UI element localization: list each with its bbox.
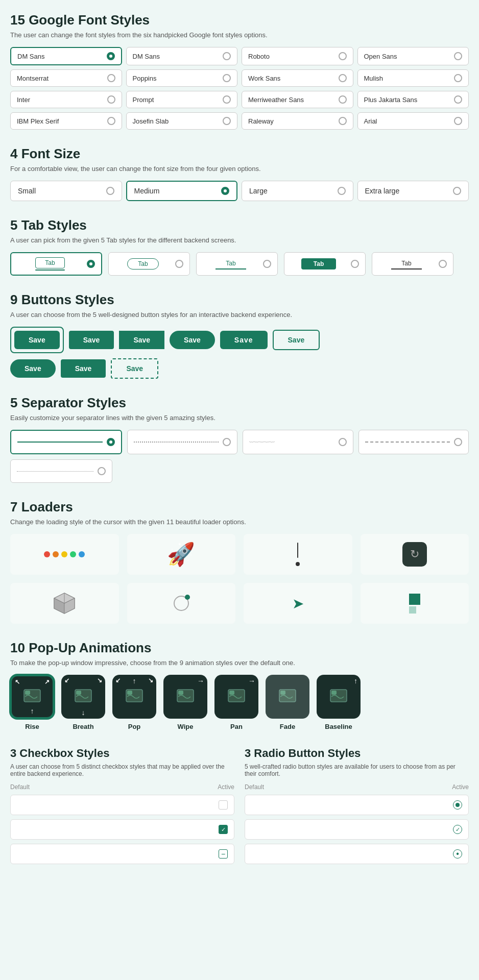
anim-item-breath[interactable]: ↙ ↘ ↓ Breath — [61, 675, 105, 730]
radio-box-checkmark — [453, 825, 462, 834]
anim-item-pop[interactable]: ↙ ↘ ↑ Pop — [112, 675, 156, 730]
animations-desc: To make the pop-up window impressive, ch… — [10, 659, 469, 667]
refresh-icon: ↻ — [410, 548, 419, 561]
button-6[interactable]: Save — [273, 330, 320, 350]
font-option-dmsans2[interactable]: DM Sans — [126, 47, 238, 65]
button-8[interactable]: Save — [61, 359, 106, 378]
svg-rect-20 — [331, 691, 337, 695]
anim-item-pan[interactable]: → Pan — [214, 675, 258, 730]
font-label: Work Sans — [248, 75, 280, 82]
radio-title: 3 Radio Button Styles — [245, 747, 469, 760]
font-option-raleway[interactable]: Raleway — [242, 112, 353, 130]
loader-line-cell — [244, 534, 352, 575]
anim-icon-baseline: ↑ — [317, 675, 361, 719]
tab-option-4[interactable]: Tab — [284, 252, 366, 276]
font-option-josefinslab[interactable]: Josefin Slab — [126, 112, 238, 130]
font-option-opensans[interactable]: Open Sans — [357, 47, 469, 65]
anim-arrow-tr: ↘ — [97, 677, 102, 684]
sep-option-solid[interactable] — [10, 430, 122, 454]
anim-item-rise[interactable]: ↖ ↗ ↑ Rise — [10, 675, 54, 730]
tab-option-2[interactable]: Tab — [108, 252, 190, 276]
anim-svg-pop — [123, 685, 146, 708]
sep-option-dashed[interactable] — [358, 430, 469, 454]
anim-item-fade[interactable]: Fade — [266, 675, 309, 730]
font-label: Montserrat — [17, 75, 49, 82]
checkbox-item-indeterminate[interactable] — [10, 844, 234, 864]
button-4[interactable]: Save — [170, 331, 215, 349]
font-radio — [223, 117, 231, 125]
checkbox-item-checked[interactable] — [10, 819, 234, 840]
radio-item-dot[interactable] — [245, 844, 469, 864]
button-9[interactable]: Save — [111, 358, 158, 379]
loader-dots-cell — [10, 534, 119, 575]
font-option-plusjakarta[interactable]: Plus Jakarta Sans — [357, 91, 469, 108]
button-7[interactable]: Save — [10, 359, 56, 378]
checkboxes-title: 3 Checkbox Styles — [10, 747, 234, 760]
anim-label-pop: Pop — [128, 723, 141, 730]
tab-option-3[interactable]: Tab — [196, 252, 278, 276]
tabs-title: 5 Tab Styles — [10, 217, 469, 233]
font-option-poppins[interactable]: Poppins — [126, 69, 238, 87]
font-radio — [454, 95, 462, 104]
size-option-medium[interactable]: Medium — [126, 181, 238, 201]
anim-arrow-tl: ↙ — [64, 677, 69, 684]
radio-item-empty[interactable] — [245, 795, 469, 815]
anim-svg-baseline — [327, 685, 350, 708]
font-option-ibmplexserif[interactable]: IBM Plex Serif — [10, 112, 122, 130]
anim-label-breath: Breath — [73, 723, 93, 730]
button-selected-wrapper: Save — [10, 327, 64, 353]
size-label: Medium — [134, 187, 160, 195]
button-wrapper-9: Save — [111, 358, 158, 379]
size-option-extralarge[interactable]: Extra large — [357, 181, 469, 201]
tab-style-preview-3: Tab — [203, 258, 259, 270]
anim-arrow-up: ↑ — [31, 707, 34, 715]
font-option-prompt[interactable]: Prompt — [126, 91, 238, 108]
fonts-desc: The user can change the font styles from… — [10, 31, 469, 39]
font-option-dmsans-selected[interactable]: DM Sans — [10, 47, 122, 65]
font-radio — [107, 95, 115, 104]
anim-icon-rise: ↖ ↗ ↑ — [10, 675, 54, 719]
size-option-small[interactable]: Small — [10, 181, 122, 201]
anim-label-rise: Rise — [25, 723, 39, 730]
anim-svg-fade — [276, 685, 299, 708]
button-5[interactable]: Save — [220, 331, 268, 349]
anim-svg-wipe — [174, 685, 197, 708]
sep-option-dotted[interactable] — [127, 430, 238, 454]
font-option-worksans[interactable]: Work Sans — [242, 69, 353, 87]
buttons-title: 9 Buttons Styles — [10, 292, 469, 308]
size-radio — [106, 187, 114, 195]
loader-refresh-box: ↻ — [402, 542, 427, 567]
button-wrapper-3: Save — [119, 331, 164, 349]
buttons-grid: Save Save Save Save Save Save — [10, 327, 469, 353]
separators-grid: 〰〰〰〰〰 — [10, 430, 469, 454]
sep-radio — [98, 467, 106, 475]
font-label: DM Sans — [133, 53, 160, 60]
font-option-montserrat[interactable]: Montserrat — [10, 69, 122, 87]
anim-label-wipe: Wipe — [178, 723, 194, 730]
anim-label-pan: Pan — [230, 723, 243, 730]
font-label: Poppins — [133, 75, 157, 82]
font-option-inter[interactable]: Inter — [10, 91, 122, 108]
anim-icon-pop: ↙ ↘ ↑ — [112, 675, 156, 719]
tab-option-5[interactable]: Tab — [372, 252, 453, 276]
radio-item-checkmark[interactable] — [245, 819, 469, 840]
button-3[interactable]: Save — [119, 331, 164, 349]
checkbox-item-empty[interactable] — [10, 795, 234, 815]
size-label: Small — [18, 187, 36, 195]
font-option-arial[interactable]: Arial — [357, 112, 469, 130]
font-option-merriweather[interactable]: Merriweather Sans — [242, 91, 353, 108]
tab-style-preview-2: Tab — [115, 258, 171, 270]
font-option-roboto[interactable]: Roboto — [242, 47, 353, 65]
size-option-large[interactable]: Large — [242, 181, 353, 201]
tab-option-1[interactable]: Tab — [10, 252, 102, 276]
anim-item-baseline[interactable]: ↑ Baseline — [317, 675, 361, 730]
font-option-mulish[interactable]: Mulish — [357, 69, 469, 87]
radio-box-checked — [453, 800, 462, 810]
button-1[interactable]: Save — [14, 331, 60, 349]
button-2[interactable]: Save — [69, 331, 114, 349]
font-radio — [339, 95, 347, 104]
svg-rect-8 — [25, 691, 30, 695]
anim-item-wipe[interactable]: → Wipe — [163, 675, 207, 730]
sep-option-dotted2[interactable] — [10, 459, 112, 483]
sep-option-wavy[interactable]: 〰〰〰〰〰 — [243, 430, 353, 454]
